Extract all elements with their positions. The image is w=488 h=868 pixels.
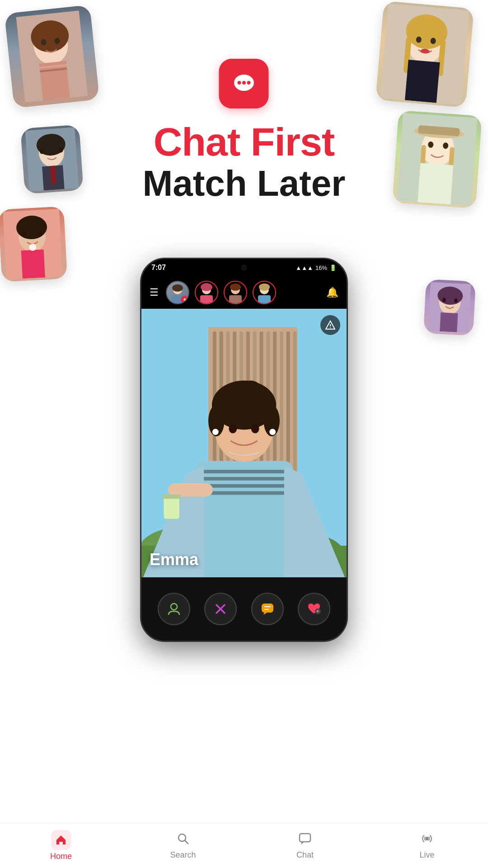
svg-rect-60 <box>229 295 242 303</box>
svg-rect-57 <box>200 295 213 303</box>
floating-photo-face-2 <box>375 1 474 108</box>
profile-photo-bg: Emma <box>141 309 347 577</box>
svg-rect-98 <box>162 495 180 499</box>
floating-photo-3 <box>20 125 84 194</box>
story-4[interactable] <box>253 281 276 304</box>
nav-live[interactable]: Live <box>366 823 488 868</box>
chat-action-button[interactable] <box>251 593 284 625</box>
floating-photo-face-6 <box>423 279 476 336</box>
svg-rect-97 <box>164 496 179 519</box>
svg-point-53 <box>172 284 183 292</box>
status-time: 7:07 <box>151 264 166 272</box>
story-avatar-4 <box>253 282 275 303</box>
svg-point-62 <box>259 283 270 291</box>
nav-chat-label: Chat <box>296 850 314 860</box>
floating-photo-face-1 <box>5 5 100 108</box>
svg-rect-104 <box>262 604 273 613</box>
profile-action-button[interactable] <box>158 593 190 625</box>
svg-point-100 <box>330 327 331 328</box>
report-button[interactable] <box>320 315 340 335</box>
profile-name: Emma <box>150 550 198 569</box>
live-icon <box>420 832 434 849</box>
story-avatar-2 <box>196 282 217 303</box>
battery-icon: 🔋 <box>329 264 337 271</box>
story-2[interactable] <box>195 281 218 304</box>
svg-rect-16 <box>405 60 440 103</box>
headline-chat-first: Chat First <box>154 122 335 162</box>
nav-live-label: Live <box>419 850 434 860</box>
app-logo-icon <box>219 59 269 108</box>
floating-photo-5 <box>0 206 67 282</box>
svg-rect-38 <box>21 250 45 279</box>
svg-point-49 <box>242 81 246 85</box>
signal-icon: ▲▲▲ <box>296 264 313 271</box>
dislike-button[interactable] <box>204 593 237 625</box>
bell-icon[interactable]: 🔔 <box>326 287 338 298</box>
phone-mockup: 7:07 ▲▲▲ 16% 🔋 ☰ <box>140 258 348 642</box>
floating-photo-face-3 <box>20 125 84 194</box>
svg-point-91 <box>238 381 263 406</box>
menu-icon[interactable]: ☰ <box>150 287 159 298</box>
floating-photo-2 <box>375 1 474 108</box>
floating-photo-4 <box>392 110 482 208</box>
svg-point-93 <box>251 425 259 434</box>
action-buttons-row <box>141 577 347 641</box>
svg-marker-107 <box>263 613 267 615</box>
floating-photo-face-5 <box>0 206 67 282</box>
svg-rect-54 <box>171 295 184 303</box>
floating-photo-6 <box>423 279 476 336</box>
bottom-nav: Home Search Chat <box>0 823 488 868</box>
svg-rect-32 <box>418 163 453 204</box>
home-icon-bg <box>51 830 71 850</box>
phone-body: 7:07 ▲▲▲ 16% 🔋 ☰ <box>140 258 348 642</box>
status-icons: ▲▲▲ 16% 🔋 <box>296 264 337 271</box>
svg-rect-45 <box>440 312 458 332</box>
svg-rect-84 <box>195 477 293 481</box>
headline-match-later: Match Later <box>143 165 346 202</box>
search-icon <box>176 832 190 849</box>
story-avatar-1 <box>167 282 188 303</box>
svg-rect-113 <box>300 834 310 842</box>
story-1[interactable] <box>166 281 189 304</box>
svg-line-112 <box>185 840 188 844</box>
svg-rect-83 <box>195 470 293 473</box>
like-button[interactable] <box>298 593 330 625</box>
floating-photo-face-4 <box>392 110 482 208</box>
chat-icon <box>298 832 312 849</box>
nav-search-label: Search <box>170 850 196 860</box>
phone-main-content: Emma <box>141 309 347 577</box>
svg-point-94 <box>212 429 219 435</box>
svg-point-95 <box>269 429 276 435</box>
phone-camera <box>241 264 247 271</box>
svg-point-50 <box>247 81 250 85</box>
nav-search[interactable]: Search <box>122 823 244 868</box>
svg-point-48 <box>237 81 241 85</box>
story-3[interactable] <box>224 281 247 304</box>
svg-point-59 <box>230 283 241 291</box>
floating-photo-1 <box>5 5 100 108</box>
nav-chat[interactable]: Chat <box>244 823 366 868</box>
svg-point-115 <box>425 837 429 840</box>
nav-home-label: Home <box>50 852 72 861</box>
app-header-area: Chat First Match Later <box>143 59 346 202</box>
svg-point-56 <box>201 283 212 291</box>
phone-app-header: ☰ <box>141 276 347 309</box>
svg-rect-63 <box>258 295 271 303</box>
story-avatar-3 <box>225 282 246 303</box>
nav-home[interactable]: Home <box>0 823 122 868</box>
svg-point-92 <box>229 425 237 434</box>
battery-text: 16% <box>315 264 327 271</box>
svg-point-101 <box>171 604 177 610</box>
